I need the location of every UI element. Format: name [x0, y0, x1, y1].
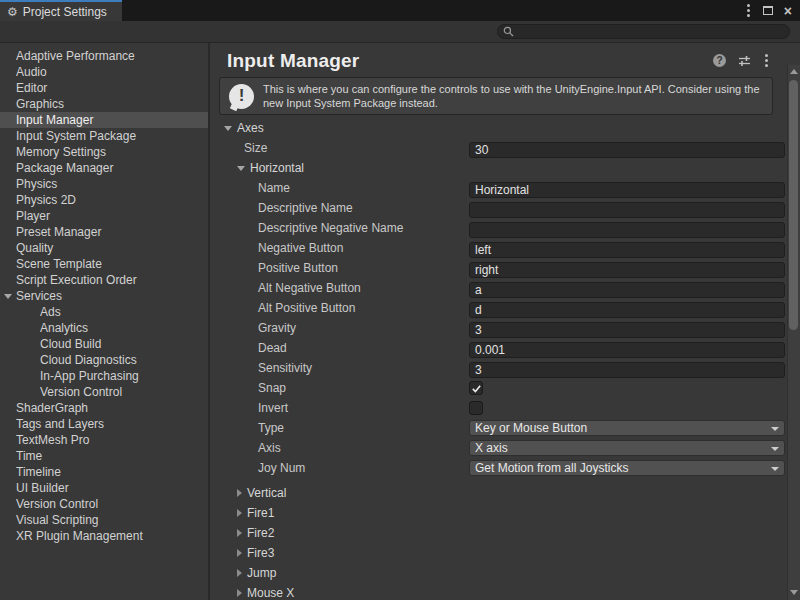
- sidebar-item-quality[interactable]: Quality: [0, 240, 208, 256]
- sidebar-item-audio[interactable]: Audio: [0, 64, 208, 80]
- sensitivity-input[interactable]: [469, 362, 785, 378]
- foldout-open-icon[interactable]: [224, 126, 232, 131]
- foldout-axes[interactable]: Axes: [210, 118, 800, 138]
- field-label: Alt Negative Button: [210, 281, 361, 295]
- sidebar-item-package-manager[interactable]: Package Manager: [0, 160, 208, 176]
- negative-button-input[interactable]: [469, 242, 785, 258]
- sidebar-item-graphics[interactable]: Graphics: [0, 96, 208, 112]
- field-label: Alt Positive Button: [210, 301, 355, 315]
- alt-negative-button-input[interactable]: [469, 282, 785, 298]
- sidebar-item-time[interactable]: Time: [0, 448, 208, 464]
- field-row-gravity: Gravity: [210, 318, 800, 338]
- foldout-open-icon[interactable]: [4, 294, 12, 299]
- field-row-type: TypeKey or Mouse Button: [210, 418, 800, 438]
- sidebar-item-version-control[interactable]: Version Control: [0, 496, 208, 512]
- field-label: Snap: [210, 381, 286, 395]
- field-row-descriptive-negative-name: Descriptive Negative Name: [210, 218, 800, 238]
- foldout-label: Mouse X: [247, 586, 294, 600]
- field-row-alt-negative-button: Alt Negative Button: [210, 278, 800, 298]
- scrollbar-thumb[interactable]: [789, 80, 798, 330]
- sidebar-item-physics[interactable]: Physics: [0, 176, 208, 192]
- scroll-down-icon[interactable]: [790, 590, 798, 595]
- sidebar-item-analytics-sub[interactable]: Analytics: [0, 320, 208, 336]
- sidebar-item-timeline[interactable]: Timeline: [0, 464, 208, 480]
- sidebar-item-label: Time: [16, 449, 42, 463]
- sidebar-item-xr-plugin-management[interactable]: XR Plugin Management: [0, 528, 208, 544]
- foldout-collapsed-icon[interactable]: [237, 549, 242, 557]
- sidebar-item-shadergraph[interactable]: ShaderGraph: [0, 400, 208, 416]
- sidebar-item-label: Adaptive Performance: [16, 49, 135, 63]
- tab-project-settings[interactable]: ⚙ Project Settings: [0, 0, 122, 21]
- foldout-vertical[interactable]: Vertical: [210, 483, 800, 503]
- maximize-icon[interactable]: [763, 6, 773, 15]
- sidebar-item-tags-and-layers[interactable]: Tags and Layers: [0, 416, 208, 432]
- sidebar-item-input-system-package[interactable]: Input System Package: [0, 128, 208, 144]
- sidebar-item-player[interactable]: Player: [0, 208, 208, 224]
- sidebar-item-label: Graphics: [16, 97, 64, 111]
- gravity-input[interactable]: [469, 322, 785, 338]
- sidebar-item-memory-settings[interactable]: Memory Settings: [0, 144, 208, 160]
- name-input[interactable]: [469, 182, 785, 198]
- sidebar-item-cloud-diagnostics-sub[interactable]: Cloud Diagnostics: [0, 352, 208, 368]
- axis-dropdown[interactable]: X axis: [469, 440, 785, 456]
- sidebar-item-services[interactable]: Services: [0, 288, 208, 304]
- sidebar-item-in-app-purchasing-sub[interactable]: In-App Purchasing: [0, 368, 208, 384]
- sidebar-item-label: Physics 2D: [16, 193, 76, 207]
- foldout-horizontal[interactable]: Horizontal: [210, 158, 800, 178]
- foldout-label: Fire1: [247, 506, 274, 520]
- foldout-collapsed-icon[interactable]: [237, 509, 242, 517]
- sidebar-item-label: Scene Template: [16, 257, 102, 271]
- joy-num-dropdown[interactable]: Get Motion from all Joysticks: [469, 460, 785, 476]
- field-row-sensitivity: Sensitivity: [210, 358, 800, 378]
- alt-positive-button-input[interactable]: [469, 302, 785, 318]
- sidebar-item-label: Cloud Build: [40, 337, 101, 351]
- field-label: Positive Button: [210, 261, 338, 275]
- panel-menu-icon[interactable]: [763, 52, 770, 69]
- foldout-fire1[interactable]: Fire1: [210, 503, 800, 523]
- sidebar-item-label: Editor: [16, 81, 47, 95]
- sidebar-item-cloud-build-sub[interactable]: Cloud Build: [0, 336, 208, 352]
- descriptive-name-input[interactable]: [469, 202, 785, 218]
- window-menu-icon[interactable]: [745, 2, 752, 19]
- field-label: Negative Button: [210, 241, 343, 255]
- sidebar-item-physics-2d[interactable]: Physics 2D: [0, 192, 208, 208]
- presets-icon[interactable]: [738, 55, 751, 67]
- sidebar-item-version-control-sub[interactable]: Version Control: [0, 384, 208, 400]
- snap-checkbox[interactable]: [469, 381, 483, 395]
- sidebar-item-input-manager[interactable]: Input Manager: [0, 112, 208, 128]
- foldout-mouse-x[interactable]: Mouse X: [210, 583, 800, 600]
- invert-checkbox[interactable]: [469, 401, 483, 415]
- chevron-down-icon: [771, 427, 779, 431]
- sidebar-item-script-execution-order[interactable]: Script Execution Order: [0, 272, 208, 288]
- help-icon[interactable]: ?: [713, 54, 726, 67]
- sidebar-item-ads-sub[interactable]: Ads: [0, 304, 208, 320]
- positive-button-input[interactable]: [469, 262, 785, 278]
- type-dropdown[interactable]: Key or Mouse Button: [469, 420, 785, 436]
- checkmark-icon: [471, 383, 482, 394]
- search-box[interactable]: [497, 24, 790, 39]
- sidebar-item-visual-scripting[interactable]: Visual Scripting: [0, 512, 208, 528]
- foldout-collapsed-icon[interactable]: [237, 589, 242, 597]
- sidebar-item-preset-manager[interactable]: Preset Manager: [0, 224, 208, 240]
- foldout-fire2[interactable]: Fire2: [210, 523, 800, 543]
- vertical-scrollbar[interactable]: [787, 65, 800, 600]
- sidebar-item-adaptive-performance[interactable]: Adaptive Performance: [0, 48, 208, 64]
- foldout-open-icon[interactable]: [237, 166, 245, 171]
- foldout-collapsed-icon[interactable]: [237, 569, 242, 577]
- foldout-collapsed-icon[interactable]: [237, 489, 242, 497]
- scroll-up-icon[interactable]: [790, 69, 798, 74]
- close-icon[interactable]: ×: [784, 4, 792, 18]
- dead-input[interactable]: [469, 342, 785, 358]
- foldout-fire3[interactable]: Fire3: [210, 543, 800, 563]
- field-label: Joy Num: [210, 461, 305, 475]
- sidebar-item-ui-builder[interactable]: UI Builder: [0, 480, 208, 496]
- size-input[interactable]: [469, 142, 785, 158]
- sidebar-item-scene-template[interactable]: Scene Template: [0, 256, 208, 272]
- foldout-jump[interactable]: Jump: [210, 563, 800, 583]
- foldout-label: Jump: [247, 566, 276, 580]
- search-input[interactable]: [518, 26, 784, 38]
- descriptive-negative-name-input[interactable]: [469, 222, 785, 238]
- sidebar-item-textmesh-pro[interactable]: TextMesh Pro: [0, 432, 208, 448]
- sidebar-item-editor[interactable]: Editor: [0, 80, 208, 96]
- foldout-collapsed-icon[interactable]: [237, 529, 242, 537]
